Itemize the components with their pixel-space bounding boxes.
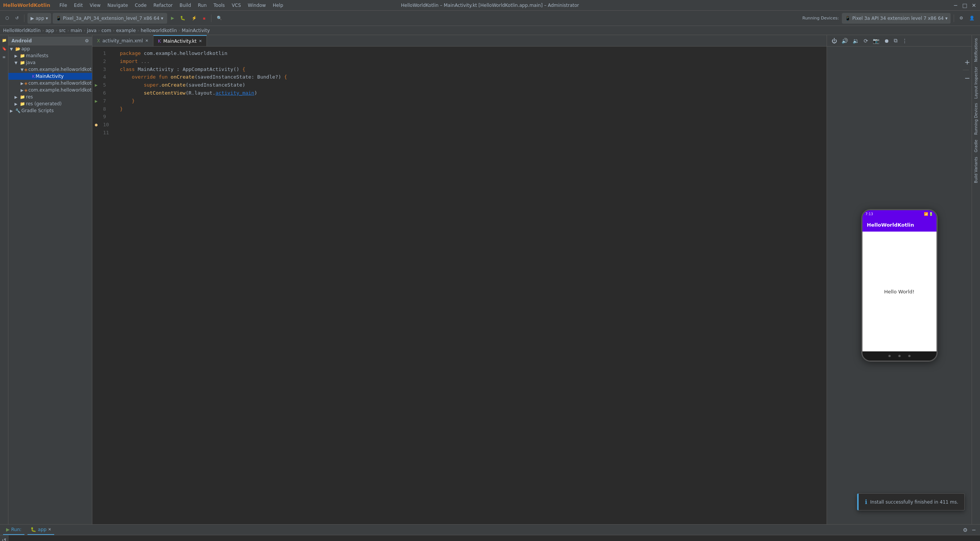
emulator-volume-up-btn[interactable]: 🔊 — [840, 37, 849, 45]
breadcrumb-file[interactable]: MainActivity — [182, 28, 210, 33]
tree-arrow-manifests: ▶ — [15, 54, 19, 58]
bottom-tab-app-label: app — [38, 527, 47, 532]
gutter-line-3: 3 — [92, 66, 115, 74]
search-everywhere-button[interactable]: 🔍 — [214, 14, 224, 22]
menu-tools[interactable]: Tools — [211, 2, 228, 9]
right-label-build-variants[interactable]: Build Variants — [973, 155, 979, 185]
user-button[interactable]: 👤 — [967, 14, 977, 22]
device-selector[interactable]: 📱 Pixel_3a_API_34_extension_level_7 x86 … — [53, 13, 167, 24]
device-label: Pixel_3a_API_34_extension_level_7 x86 64 — [63, 16, 160, 21]
structure-icon[interactable]: ≡ — [1, 53, 8, 60]
emulator-settings-btn[interactable]: ⋮ — [901, 37, 909, 45]
pkg-icon-test: ◈ — [24, 81, 27, 86]
tree-label-pkg-test: com.example.helloworldkotlin — [28, 81, 92, 86]
tree-arrow-app: ▼ — [10, 47, 15, 51]
project-icon[interactable]: 📁 — [1, 37, 8, 43]
menu-help[interactable]: Help — [270, 2, 286, 9]
tree-item-java[interactable]: ▼ 📁 java — [8, 59, 92, 66]
tab-mainactivity[interactable]: K MainActivity.kt ✕ — [153, 35, 207, 46]
run-icon: ▶ — [6, 527, 10, 532]
breadcrumb-src[interactable]: src — [59, 28, 66, 33]
tab-xml-icon: X — [97, 38, 100, 43]
tab-mainactivity-label: MainActivity.kt — [163, 39, 197, 44]
code-container: 1 2 3 4 ▶ — [92, 47, 827, 524]
emulator-screenshot-btn[interactable]: 📷 — [871, 37, 881, 45]
emulator-zoom-out-btn[interactable]: − — [963, 73, 972, 83]
settings-button[interactable]: ⚙ — [957, 14, 965, 22]
sync-button[interactable]: ↺ — [13, 14, 21, 22]
breadcrumb-example[interactable]: example — [116, 28, 136, 33]
bottom-tab-app-close[interactable]: ✕ — [48, 527, 51, 531]
breadcrumb-main[interactable]: main — [71, 28, 82, 33]
emulator-record-btn[interactable]: ⏺ — [882, 37, 891, 45]
tree-label-mainactivity: MainActivity — [35, 74, 64, 79]
tree-item-pkg-test2[interactable]: ▶ ◈ com.example.helloworldkotlin — [8, 87, 92, 93]
tree-item-pkg-main[interactable]: ▼ ◈ com.example.helloworldkotlin — [8, 66, 92, 73]
run-button[interactable]: ▶ — [169, 14, 176, 22]
tree-selector[interactable]: Android — [11, 38, 32, 43]
emulator-volume-down-btn[interactable]: 🔉 — [851, 37, 861, 45]
toolbar-sep-3 — [954, 14, 954, 22]
gutter-line-9: 9 — [92, 113, 115, 121]
tree-settings-icon[interactable]: ⚙ — [85, 38, 89, 43]
run-restart-btn[interactable]: ↺ — [1, 537, 8, 541]
breadcrumb-java[interactable]: java — [87, 28, 97, 33]
tree-item-res[interactable]: ▶ 📁 res — [8, 93, 92, 100]
tree-item-app[interactable]: ▼ 📂 app — [8, 45, 92, 52]
right-label-notifications[interactable]: Notifications — [973, 37, 979, 64]
menu-edit[interactable]: Edit — [71, 2, 86, 9]
run-gutter-5[interactable]: ▶ — [95, 82, 97, 89]
tree-item-pkg-test[interactable]: ▶ ◈ com.example.helloworldkotlin — [8, 80, 92, 87]
menu-file[interactable]: File — [56, 2, 70, 9]
tree-item-res-gen[interactable]: ▶ 📁 res (generated) — [8, 100, 92, 107]
breadcrumb-project[interactable]: HelloWorldKotlin — [3, 28, 40, 33]
menu-vcs[interactable]: VCS — [229, 2, 244, 9]
tree-item-mainactivity[interactable]: K MainActivity — [8, 73, 92, 80]
run-gutter-7[interactable]: ▶ — [95, 98, 97, 105]
right-label-running[interactable]: Running Devices — [973, 101, 979, 137]
tree-item-manifests[interactable]: ▶ 📁 manifests — [8, 52, 92, 59]
bottom-content: ↺ ⬇ 🗑 ⤵ ⊟ 2023-12-15 15:13:18: Launching… — [0, 535, 980, 541]
project-structure-button[interactable]: ⬡ — [3, 14, 11, 22]
tab-activity-main[interactable]: X activity_main.xml ✕ — [92, 35, 153, 46]
bottom-settings-btn[interactable]: ⚙ — [961, 526, 969, 534]
running-device-selector[interactable]: 📱 Pixel 3a API 34 extension level 7 x86 … — [842, 13, 951, 24]
breadcrumb-app[interactable]: app — [45, 28, 54, 33]
gutter-line-8: 8 — [92, 105, 115, 113]
menu-code[interactable]: Code — [132, 2, 150, 9]
emulator-rotate-btn[interactable]: ⟳ — [862, 37, 870, 45]
run-config-selector[interactable]: ▶ app ▾ — [27, 13, 51, 24]
menu-build[interactable]: Build — [176, 2, 194, 9]
right-label-layout[interactable]: Layout Inspector — [973, 65, 979, 100]
menu-run[interactable]: Run — [195, 2, 210, 9]
menu-refactor[interactable]: Refactor — [150, 2, 176, 9]
stop-button[interactable]: ■ — [201, 15, 208, 22]
bottom-minimize-btn[interactable]: ─ — [971, 526, 977, 534]
tree-item-gradle[interactable]: ▶ 🔧 Gradle Scripts — [8, 107, 92, 114]
breadcrumb-pkg[interactable]: helloworldkotlin — [141, 28, 177, 33]
code-line-8: super.onCreate(savedInstanceState) — [120, 81, 822, 89]
menu-navigate[interactable]: Navigate — [105, 2, 131, 9]
emulator-fold-btn[interactable]: ⧉ — [892, 37, 899, 45]
right-label-gradle[interactable]: Gradle — [973, 138, 979, 154]
tree-arrow-pkg-main: ▼ — [21, 68, 24, 72]
breadcrumb-com[interactable]: com — [102, 28, 111, 33]
warning-gutter-10[interactable]: ● — [95, 121, 97, 129]
close-button[interactable]: ✕ — [971, 2, 977, 8]
emulator-power-btn[interactable]: ⏻ — [830, 37, 838, 45]
bookmark-icon[interactable]: 🔖 — [1, 45, 8, 52]
profile-button[interactable]: ⚡ — [189, 14, 199, 22]
menu-view[interactable]: View — [87, 2, 103, 9]
bottom-tab-run[interactable]: ▶ Run: — [3, 525, 24, 535]
emulator-zoom-in-btn[interactable]: + — [963, 57, 972, 67]
minimize-button[interactable]: ─ — [953, 2, 959, 8]
tab-mainactivity-close[interactable]: ✕ — [199, 39, 202, 43]
tab-activity-main-close[interactable]: ✕ — [145, 39, 148, 43]
debug-button[interactable]: 🐛 — [178, 14, 188, 22]
maximize-button[interactable]: □ — [962, 2, 968, 8]
breadcrumb-sep-8: › — [179, 28, 181, 33]
bottom-tab-app[interactable]: 🐛 app ✕ — [27, 525, 54, 535]
menu-window[interactable]: Window — [245, 2, 269, 9]
toolbar-sep-1 — [24, 14, 24, 22]
code-editor[interactable]: package com.example.helloworldkotlin imp… — [115, 47, 827, 524]
